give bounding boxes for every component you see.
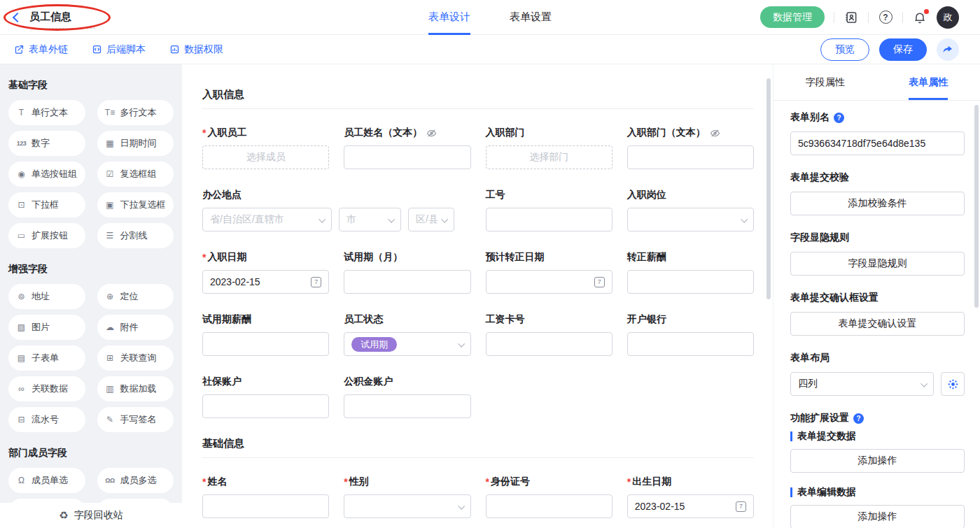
field-type-pill[interactable]: ☰分割线: [97, 223, 174, 248]
text-input[interactable]: [202, 394, 329, 418]
date-input[interactable]: 2023-02-157: [627, 494, 754, 518]
field-type-pill[interactable]: ⊕定位: [97, 284, 174, 309]
back-icon[interactable]: [13, 12, 22, 22]
panel-scrollbar[interactable]: [974, 105, 979, 308]
field-recycle-bin[interactable]: ♻ 字段回收站: [0, 503, 182, 528]
data-manage-button[interactable]: 数据管理: [760, 6, 825, 28]
field-type-pill[interactable]: ▤子表单: [8, 345, 85, 371]
field-type-pill[interactable]: ▥数据加载: [97, 376, 174, 401]
form-layout-select[interactable]: 四列: [790, 372, 934, 396]
text-input[interactable]: [627, 270, 754, 294]
form-field: 开户银行: [627, 313, 754, 356]
select-input[interactable]: [627, 208, 754, 231]
field-label: 开户银行: [627, 313, 754, 327]
text-input[interactable]: [202, 494, 329, 518]
text-input[interactable]: [344, 270, 470, 294]
field-type-pill[interactable]: ◉单选按钮组: [8, 162, 85, 187]
field-type-pill[interactable]: ▦日期时间: [97, 131, 174, 156]
field-type-pill[interactable]: ΩΩ成员多选: [97, 468, 174, 493]
field-type-pill[interactable]: ∞关联数据: [8, 376, 85, 401]
field-type-pill[interactable]: ☁附件: [97, 315, 174, 340]
field-type-icon: ☁: [105, 322, 115, 332]
select-input[interactable]: [344, 494, 470, 518]
form-section-title: 基础信息: [202, 437, 754, 452]
status-select[interactable]: 试用期: [344, 332, 470, 356]
field-type-pill[interactable]: ☑复选框组: [97, 162, 174, 187]
save-button[interactable]: 保存: [879, 38, 927, 61]
text-input[interactable]: [627, 332, 754, 356]
contact-book-icon[interactable]: [844, 10, 859, 25]
preview-button[interactable]: 预览: [820, 38, 869, 61]
field-type-label: 单行文本: [31, 106, 68, 119]
field-type-pill[interactable]: T单行文本: [8, 100, 85, 125]
field-type-pill[interactable]: ⊞关联查询: [97, 345, 174, 371]
text-input[interactable]: [344, 394, 470, 418]
section-divider: [202, 457, 754, 458]
address-select[interactable]: 市: [339, 208, 401, 231]
add-action-button-submit[interactable]: 添加操作: [790, 449, 965, 473]
text-input[interactable]: 选择部门: [486, 145, 612, 169]
date-input[interactable]: 2023-02-157: [202, 270, 329, 294]
field-type-pill[interactable]: Ω成员单选: [8, 468, 85, 493]
toolbar-link-external[interactable]: 表单外链: [14, 43, 68, 56]
field-type-label: 日期时间: [120, 137, 157, 150]
field-visibility-label: 字段显隐规则: [790, 231, 965, 245]
avatar[interactable]: 政: [937, 6, 959, 29]
form-layout-label: 表单布局: [790, 351, 965, 365]
toolbar-link-script[interactable]: 后端脚本: [92, 43, 146, 56]
field-type-pill[interactable]: ⊡下拉框: [8, 192, 85, 217]
backend-script-icon: [92, 44, 102, 55]
text-input[interactable]: 选择成员: [202, 145, 329, 169]
text-input[interactable]: [486, 208, 612, 231]
toolbar-link-permission[interactable]: 数据权限: [169, 43, 223, 56]
add-action-button-edit[interactable]: 添加操作: [790, 505, 965, 528]
submit-confirm-button[interactable]: 表单提交确认设置: [790, 312, 965, 336]
text-input[interactable]: [202, 332, 329, 356]
field-type-pill[interactable]: 123数字: [8, 131, 85, 156]
text-input[interactable]: [486, 332, 612, 356]
help-icon[interactable]: ?: [878, 10, 893, 25]
help-icon[interactable]: ?: [853, 413, 864, 424]
field-label: *出生日期: [627, 475, 754, 489]
form-design-canvas: 入职信息*入职员工选择成员员工姓名（文本）入职部门选择部门入职部门（文本）办公地…: [182, 64, 773, 528]
required-asterisk: *: [202, 252, 206, 263]
field-type-pill[interactable]: ▧图片: [8, 315, 85, 340]
tab-form-design[interactable]: 表单设计: [428, 0, 470, 35]
field-type-pill[interactable]: T≡多行文本: [97, 100, 174, 125]
form-alias-input[interactable]: [790, 131, 965, 155]
canvas-scrollbar[interactable]: [766, 78, 771, 299]
field-type-pill[interactable]: ▭扩展按钮: [8, 223, 85, 248]
add-validation-button[interactable]: 添加校验条件: [790, 192, 965, 215]
chevron-down-icon: [458, 502, 465, 509]
field-type-label: 附件: [120, 321, 139, 334]
field-type-pill[interactable]: ⊟流水号: [8, 407, 85, 432]
layout-settings-button[interactable]: [941, 372, 965, 396]
notification-bell-icon[interactable]: [912, 10, 927, 25]
tab-field-properties[interactable]: 字段属性: [774, 64, 877, 100]
date-input[interactable]: 7: [486, 270, 612, 294]
field-type-icon: ✎: [105, 415, 115, 424]
field-type-pill[interactable]: ⊚地址: [8, 284, 85, 309]
field-type-label: 关联数据: [31, 383, 68, 395]
share-button[interactable]: [937, 38, 959, 61]
tab-form-settings[interactable]: 表单设置: [510, 0, 552, 35]
address-select[interactable]: 区/县: [408, 208, 454, 231]
text-input[interactable]: [627, 145, 754, 169]
tab-form-properties[interactable]: 表单属性: [877, 64, 980, 100]
form-field: 员工状态试用期: [344, 313, 470, 356]
field-label: *性别: [344, 475, 470, 489]
field-type-pill[interactable]: ▣下拉复选框: [97, 192, 174, 217]
field-type-label: 手写签名: [120, 413, 157, 426]
sidebar-group-title: 部门成员字段: [8, 447, 174, 459]
form-title[interactable]: 员工信息: [29, 10, 71, 24]
extension-settings-label: 功能扩展设置 ?: [790, 411, 965, 425]
address-select[interactable]: 省/自治区/直辖市: [202, 208, 332, 231]
field-label: *入职日期: [202, 250, 329, 264]
field-type-pill[interactable]: ✎手写签名: [97, 407, 174, 432]
help-icon[interactable]: ?: [834, 113, 844, 123]
field-visibility-button[interactable]: 字段显隐规则: [790, 252, 965, 276]
text-input[interactable]: [344, 145, 470, 169]
form-field: 试用期（月）: [344, 250, 470, 294]
field-type-label: 数字: [31, 137, 50, 150]
text-input[interactable]: [486, 494, 612, 518]
